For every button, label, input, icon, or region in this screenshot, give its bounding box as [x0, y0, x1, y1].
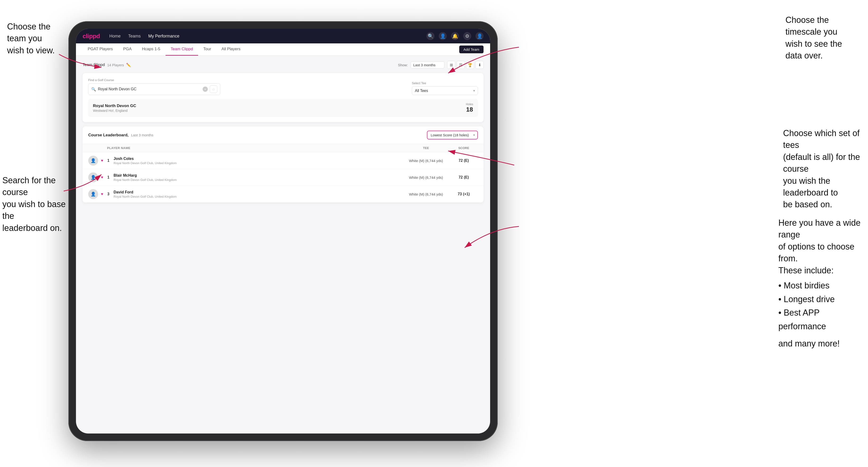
course-result: Royal North Devon GC Westward Ho!, Engla…: [88, 99, 478, 117]
tab-pgat-players[interactable]: PGAT Players: [83, 43, 118, 56]
team-controls: Show: Last 3 months Last 6 months Last 1…: [398, 61, 484, 69]
tablet-screen: clippd Home Teams My Performance 🔍 👤 🔔 ⚙…: [76, 29, 490, 434]
user-avatar-icon[interactable]: 👤: [475, 32, 484, 40]
bullet-app: Best APP performance: [778, 306, 863, 333]
leaderboard-header: Course Leaderboard, Last 3 months Lowest…: [83, 126, 484, 144]
nav-my-performance[interactable]: My Performance: [148, 34, 180, 39]
tab-hcaps[interactable]: Hcaps 1-5: [137, 43, 165, 56]
score-type-select-wrap: Lowest Score (18 holes) Most Birdies Lon…: [427, 131, 478, 139]
find-course-group: Find a Golf Course 🔍 × ☆: [88, 78, 407, 95]
player-avatar-2: 👤: [88, 173, 98, 182]
grid-view-icon[interactable]: ⊞: [447, 61, 455, 69]
holes-label: Holes: [466, 102, 473, 106]
nav-links: Home Teams My Performance: [110, 34, 427, 39]
tee-select[interactable]: All Tees White Tees Yellow Tees Red Tees: [412, 86, 478, 95]
annotation-right-mid: Choose which set of tees (default is all…: [783, 127, 863, 211]
player-score-2: 72 (E): [450, 175, 478, 180]
table-row: 👤 ♥ 3 David Ford Royal North Devon Golf …: [83, 186, 484, 203]
player-cell-3: 👤 ♥ 3 David Ford Royal North Devon Golf …: [88, 189, 402, 199]
people-icon[interactable]: 👤: [439, 32, 447, 40]
annotation-right-lower: Here you have a wide range of options to…: [778, 217, 863, 350]
score-type-select[interactable]: Lowest Score (18 holes) Most Birdies Lon…: [427, 131, 477, 139]
search-icon[interactable]: 🔍: [427, 32, 434, 40]
player-club-1: Royal North Devon Golf Club, United King…: [114, 161, 177, 165]
show-label: Show:: [398, 63, 408, 67]
leaderboard-section: Course Leaderboard, Last 3 months Lowest…: [83, 126, 484, 203]
player-tee-1: White (M) (6,744 yds): [402, 159, 450, 163]
find-course-label: Find a Golf Course: [88, 78, 407, 82]
course-search-input[interactable]: [98, 87, 201, 91]
player-name-3: David Ford: [114, 190, 177, 194]
bell-icon[interactable]: 🔔: [451, 32, 459, 40]
sub-nav: PGAT Players PGA Hcaps 1-5 Team Clippd T…: [76, 43, 490, 56]
holes-box: Holes 18: [466, 102, 473, 113]
leaderboard-period: Last 3 months: [131, 133, 153, 137]
bullet-birdies: Most birdies: [778, 279, 863, 292]
player-score-3: 73 (+1): [450, 192, 478, 196]
table-row: 👤 ♥ 1 Josh Coles Royal North Devon Golf …: [83, 152, 484, 169]
course-search-row: Find a Golf Course 🔍 × ☆ Select Tee: [88, 78, 478, 95]
annotation-top-right: Choose the timescale you wish to see the…: [785, 14, 861, 62]
main-content: Team Clippd 14 Players ✏️ Show: Last 3 m…: [76, 56, 490, 208]
star-favorite-button[interactable]: ☆: [210, 85, 217, 93]
player-tee-3: White (M) (6,744 yds): [402, 192, 450, 196]
player-name-1: Josh Coles: [114, 157, 177, 161]
player-cell-1: 👤 ♥ 1 Josh Coles Royal North Devon Golf …: [88, 156, 402, 165]
player-count: 14 Players: [107, 63, 124, 67]
course-search-panel: Find a Golf Course 🔍 × ☆ Select Tee: [83, 73, 484, 122]
player-avatar-3: 👤: [88, 189, 98, 199]
course-search-input-wrap: 🔍 × ☆: [88, 83, 220, 95]
course-result-info: Royal North Devon GC Westward Ho!, Engla…: [93, 103, 136, 113]
team-name: Team Clippd: [83, 63, 105, 67]
player-avatar-1: 👤: [88, 156, 98, 165]
app-navbar: clippd Home Teams My Performance 🔍 👤 🔔 ⚙…: [76, 29, 490, 43]
app-logo: clippd: [83, 33, 100, 40]
player-rank-3: 3: [106, 192, 111, 196]
clear-search-button[interactable]: ×: [203, 87, 208, 92]
course-result-location: Westward Ho!, England: [93, 109, 136, 113]
and-more-text: and many more!: [778, 338, 863, 349]
bullet-drive: Longest drive: [778, 292, 863, 306]
edit-team-icon[interactable]: ✏️: [126, 63, 131, 67]
annotation-left-mid: Search for the course you wish to base t…: [2, 175, 68, 234]
player-info-1: Josh Coles Royal North Devon Golf Club, …: [114, 157, 177, 165]
nav-home[interactable]: Home: [110, 34, 121, 39]
player-cell-2: 👤 ♥ 1 Blair McHarg Royal North Devon Gol…: [88, 173, 402, 182]
search-magnifier-icon: 🔍: [91, 87, 96, 92]
player-name-2: Blair McHarg: [114, 173, 177, 178]
list-view-icon[interactable]: ☰: [457, 61, 465, 69]
player-info-3: David Ford Royal North Devon Golf Club, …: [114, 190, 177, 198]
col-header-player: PLAYER NAME: [88, 146, 402, 150]
course-result-name: Royal North Devon GC: [93, 103, 136, 108]
tab-pga[interactable]: PGA: [118, 43, 137, 56]
heart-icon-1[interactable]: ♥: [101, 158, 103, 163]
tab-tour[interactable]: Tour: [198, 43, 216, 56]
player-rank-1: 1: [106, 158, 111, 163]
tab-all-players[interactable]: All Players: [216, 43, 246, 56]
team-title-group: Team Clippd 14 Players ✏️: [83, 63, 131, 67]
player-tee-2: White (M) (6,744 yds): [402, 176, 450, 180]
table-row: 👤 ♥ 1 Blair McHarg Royal North Devon Gol…: [83, 169, 484, 186]
col-header-score: SCORE: [450, 146, 478, 150]
player-rank-2: 1: [106, 175, 111, 180]
col-header-tee: TEE: [402, 146, 450, 150]
player-info-2: Blair McHarg Royal North Devon Golf Club…: [114, 173, 177, 182]
download-icon[interactable]: ⬇: [475, 61, 484, 69]
view-icons-group: ⊞ ☰ 🏆 ⬇: [447, 61, 484, 69]
tab-team-clippd[interactable]: Team Clippd: [165, 43, 198, 56]
leaderboard-title: Course Leaderboard, Last 3 months: [88, 133, 153, 137]
player-club-2: Royal North Devon Golf Club, United King…: [114, 178, 177, 182]
holes-number: 18: [466, 106, 473, 113]
nav-teams[interactable]: Teams: [128, 34, 141, 39]
trophy-icon[interactable]: 🏆: [466, 61, 474, 69]
annotation-top-left: Choose the team you wish to view.: [7, 21, 64, 56]
player-club-3: Royal North Devon Golf Club, United King…: [114, 195, 177, 198]
add-team-button[interactable]: Add Team: [459, 45, 484, 53]
options-bullet-list: Most birdies Longest drive Best APP perf…: [778, 279, 863, 333]
tee-select-wrap: All Tees White Tees Yellow Tees Red Tees…: [412, 86, 478, 95]
settings-icon[interactable]: ⚙: [463, 32, 471, 40]
heart-icon-2[interactable]: ♥: [101, 175, 103, 180]
heart-icon-3[interactable]: ♥: [101, 192, 103, 196]
show-timescale-select[interactable]: Last 3 months Last 6 months Last 12 mont…: [411, 62, 444, 68]
select-tee-label: Select Tee: [412, 81, 478, 85]
